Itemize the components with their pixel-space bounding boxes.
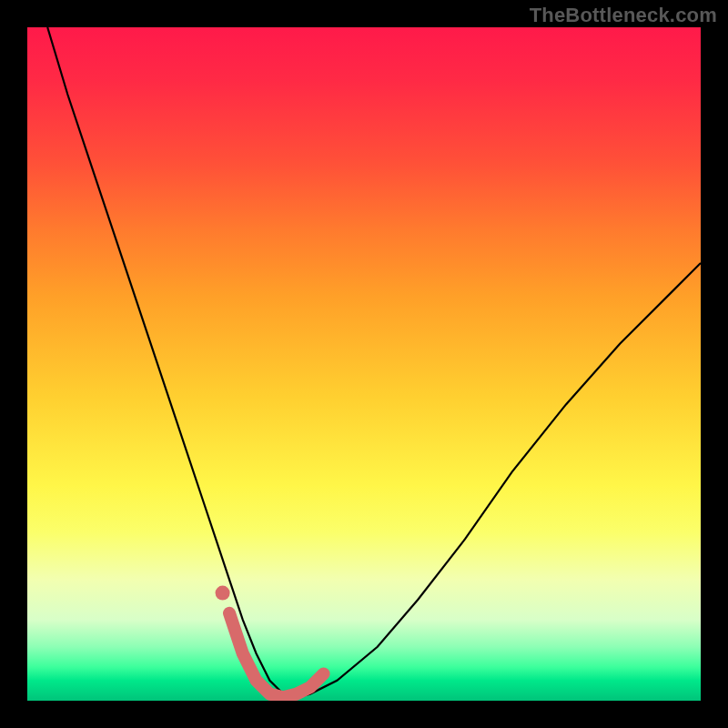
plot-area	[27, 27, 701, 701]
curve-layer	[27, 27, 701, 701]
highlight-segment	[229, 613, 324, 698]
bottleneck-curve	[47, 27, 701, 697]
watermark-text: TheBottleneck.com	[530, 4, 717, 27]
chart-stage: TheBottleneck.com	[0, 0, 728, 728]
highlight-dot	[216, 586, 230, 601]
